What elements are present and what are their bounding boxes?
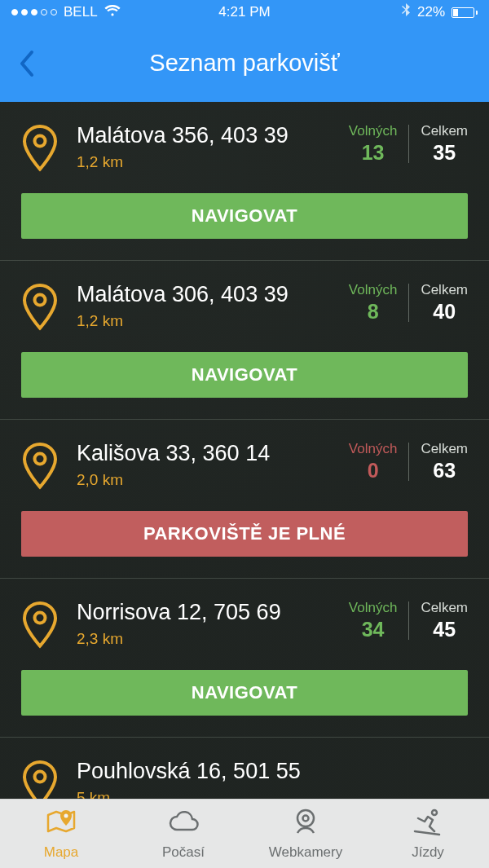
free-label: Volných [349,600,398,616]
back-button[interactable] [15,47,39,80]
total-value: 40 [433,300,456,324]
full-button[interactable]: PARKOVIŠTĚ JE PLNÉ [21,511,468,557]
svg-point-7 [303,816,309,822]
stat-divider [408,284,409,322]
navigate-button[interactable]: NAVIGOVAT [21,670,468,716]
parking-stats: Volných 8 Celkem 40 [349,282,468,324]
parking-address: Norrisova 12, 705 69 [77,600,331,625]
header: Seznam parkovišť [0,24,489,102]
status-left: BELL [11,4,121,21]
tab-jizdy[interactable]: Jízdy [367,800,489,868]
weather-icon [165,807,201,841]
parking-stats: Volných 34 Celkem 45 [349,600,468,641]
tab-webkamery[interactable]: Webkamery [244,800,367,868]
tabbar: Mapa Počasí Webkamery Jízdy [0,799,489,868]
status-bar: BELL 4:21 PM 22% [0,0,489,24]
free-value: 8 [368,300,379,324]
parking-item: Norrisova 12, 705 69 2,3 km Volných 34 C… [0,579,489,738]
parking-address: Malátova 356, 403 39 [77,123,331,148]
stat-divider [408,443,409,481]
bluetooth-icon [402,3,411,22]
parking-distance: 2,0 km [77,471,331,489]
parking-distance: 1,2 km [77,312,331,330]
parking-item: Kališova 33, 360 14 2,0 km Volných 0 Cel… [0,420,489,579]
free-label: Volných [349,123,398,139]
battery-icon [452,7,478,18]
free-label: Volných [349,282,398,298]
total-value: 63 [433,459,456,482]
signal-dots [11,9,57,15]
parking-distance: 2,3 km [77,630,331,648]
tab-label: Jízdy [412,844,444,861]
parking-list[interactable]: Malátova 356, 403 39 1,2 km Volných 13 C… [0,102,489,799]
svg-point-2 [35,454,46,465]
svg-point-3 [35,613,46,623]
parking-distance: 1,2 km [77,153,331,171]
pin-icon [21,282,59,334]
webcam-icon [288,807,324,841]
parking-address: Pouhlovská 16, 501 55 [77,759,468,784]
page-title: Seznam parkovišť [149,50,339,77]
parking-item: Pouhlovská 16, 501 55 5 km [0,738,489,799]
free-value: 34 [362,618,385,641]
total-value: 35 [433,141,456,165]
tab-pocasi[interactable]: Počasí [122,800,244,868]
navigate-button[interactable]: NAVIGOVAT [21,352,468,398]
tab-mapa[interactable]: Mapa [0,800,122,868]
wifi-icon [104,4,121,21]
pin-icon [21,600,59,652]
tab-label: Webkamery [269,844,342,861]
svg-point-8 [432,810,437,815]
status-right: 22% [402,3,478,22]
parking-item: Malátova 356, 403 39 1,2 km Volných 13 C… [0,102,489,261]
free-value: 13 [362,141,385,165]
navigate-button[interactable]: NAVIGOVAT [21,193,468,239]
tab-label: Mapa [44,844,79,861]
parking-address: Malátova 306, 403 39 [77,282,331,307]
status-time: 4:21 PM [218,4,270,20]
parking-address: Kališova 33, 360 14 [77,441,331,466]
svg-point-1 [35,295,46,306]
total-label: Celkem [421,600,468,616]
svg-point-4 [35,772,46,782]
parking-distance: 5 km [77,789,468,799]
free-label: Volných [349,441,398,457]
stat-divider [408,601,409,640]
total-label: Celkem [421,441,468,457]
parking-stats: Volných 0 Celkem 63 [349,441,468,482]
pin-icon [21,759,59,799]
parking-item: Malátova 306, 403 39 1,2 km Volných 8 Ce… [0,261,489,420]
total-value: 45 [433,618,456,641]
svg-point-6 [297,810,314,826]
total-label: Celkem [421,123,468,139]
svg-point-5 [64,814,68,818]
total-label: Celkem [421,282,468,298]
pin-icon [21,123,59,175]
map-icon [43,807,79,841]
stat-divider [408,125,409,163]
ski-icon [410,807,446,841]
parking-stats: Volných 13 Celkem 35 [349,123,468,165]
tab-label: Počasí [162,844,205,861]
battery-pct: 22% [417,4,445,20]
carrier-label: BELL [64,4,98,20]
svg-point-0 [35,136,46,147]
pin-icon [21,441,59,493]
free-value: 0 [368,459,379,482]
